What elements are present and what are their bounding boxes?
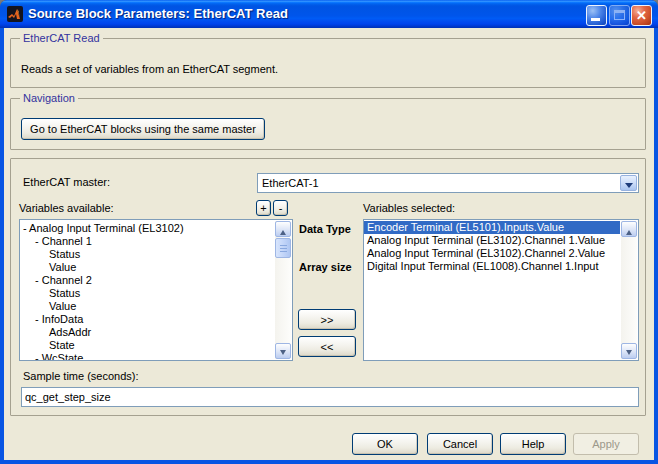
collapse-all-button[interactable]: - — [273, 200, 288, 216]
selected-label: Variables selected: — [363, 202, 455, 214]
available-label: Variables available: — [19, 202, 114, 214]
navigation-group-title: Navigation — [20, 92, 78, 104]
master-label: EtherCAT master: — [23, 176, 110, 188]
dialog-window: Source Block Parameters: EtherCAT Read ✕… — [0, 0, 658, 464]
tree-item[interactable]: - Analog Input Terminal (EL3102) — [20, 222, 274, 235]
selected-item[interactable]: Encoder Terminal (EL5101).Inputs.Value — [364, 221, 620, 234]
selected-item[interactable]: Digital Input Terminal (EL1008).Channel … — [364, 260, 620, 273]
scroll-down-button[interactable] — [621, 343, 637, 359]
ethercat-read-group-title: EtherCAT Read — [20, 32, 103, 44]
titlebar[interactable]: Source Block Parameters: EtherCAT Read ✕ — [0, 0, 658, 28]
expand-all-button[interactable]: + — [256, 200, 271, 216]
selected-item[interactable]: Analog Input Terminal (EL3102).Channel 2… — [364, 247, 620, 260]
arrow-up-icon — [280, 227, 286, 235]
combo-dropdown-button[interactable] — [620, 175, 637, 191]
available-list[interactable]: - Analog Input Terminal (EL3102)- Channe… — [19, 219, 293, 361]
minimize-button[interactable] — [586, 5, 607, 26]
arrow-down-icon — [280, 350, 286, 358]
data-type-label: Data Type — [299, 223, 351, 235]
tree-item[interactable]: AdsAddr — [20, 326, 274, 339]
dialog-body: EtherCAT Read Reads a set of variables f… — [4, 28, 654, 460]
tree-item[interactable]: Value — [20, 261, 274, 274]
parameters-group: EtherCAT master: EtherCAT-1 Variables av… — [10, 158, 646, 416]
grip-icon — [280, 245, 287, 252]
scrollbar-thumb[interactable] — [275, 238, 291, 258]
scroll-up-button[interactable] — [275, 221, 291, 237]
maximize-button — [609, 5, 630, 26]
remove-variable-button[interactable]: << — [298, 336, 356, 357]
tree-item[interactable]: Status — [20, 287, 274, 300]
window-title: Source Block Parameters: EtherCAT Read — [28, 0, 288, 28]
master-value: EtherCAT-1 — [262, 177, 319, 189]
available-scrollbar[interactable] — [275, 221, 291, 359]
ethercat-read-group: EtherCAT Read Reads a set of variables f… — [10, 38, 646, 88]
add-variable-button[interactable]: >> — [298, 309, 356, 330]
arrow-down-icon — [626, 350, 632, 358]
tree-item[interactable]: Value — [20, 300, 274, 313]
navigation-group: Navigation Go to EtherCAT blocks using t… — [10, 98, 646, 150]
ok-button[interactable]: OK — [352, 433, 418, 455]
block-description: Reads a set of variables from an EtherCA… — [21, 63, 278, 75]
minimize-icon — [591, 18, 600, 21]
close-icon: ✕ — [632, 6, 651, 25]
arrow-up-icon — [626, 227, 632, 235]
sample-time-input[interactable] — [21, 387, 639, 407]
tree-item[interactable]: - Channel 1 — [20, 235, 274, 248]
tree-item[interactable]: State — [20, 339, 274, 352]
tree-item[interactable]: - InfoData — [20, 313, 274, 326]
matlab-logo-icon — [7, 6, 23, 22]
tree-item[interactable]: Status — [20, 248, 274, 261]
tree-item[interactable]: - Channel 2 — [20, 274, 274, 287]
help-button[interactable]: Help — [500, 433, 566, 455]
cancel-button[interactable]: Cancel — [427, 433, 493, 455]
array-size-label: Array size — [299, 261, 352, 273]
selected-scrollbar[interactable] — [621, 221, 637, 359]
tree-item[interactable]: - WcState — [20, 352, 274, 361]
sample-time-label: Sample time (seconds): — [23, 370, 139, 382]
goto-blocks-button[interactable]: Go to EtherCAT blocks using the same mas… — [21, 118, 265, 140]
apply-button: Apply — [573, 433, 639, 455]
selected-list[interactable]: Encoder Terminal (EL5101).Inputs.ValueAn… — [363, 219, 639, 361]
maximize-icon — [614, 10, 625, 20]
scroll-up-button[interactable] — [621, 221, 637, 237]
close-button[interactable]: ✕ — [631, 5, 652, 26]
scroll-down-button[interactable] — [275, 343, 291, 359]
chevron-down-icon — [625, 183, 633, 192]
selected-item[interactable]: Analog Input Terminal (EL3102).Channel 1… — [364, 234, 620, 247]
master-combobox[interactable]: EtherCAT-1 — [257, 173, 639, 193]
